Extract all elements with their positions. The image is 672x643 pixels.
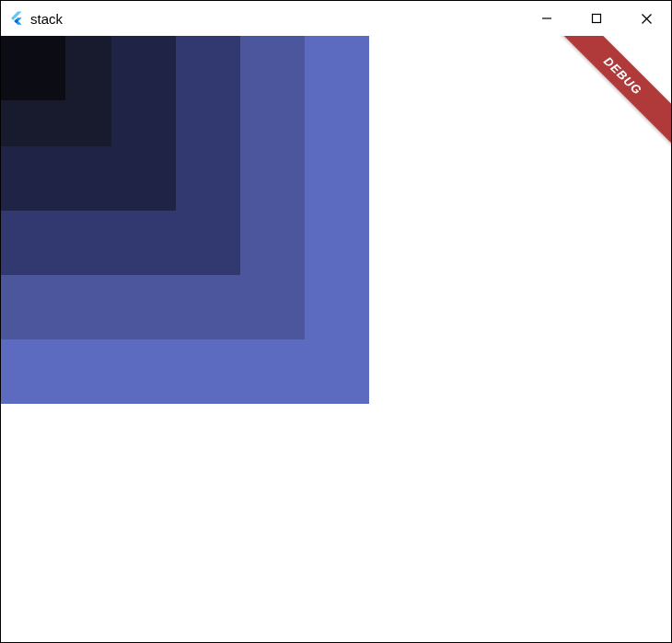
minimize-button[interactable] bbox=[522, 1, 572, 36]
window-controls bbox=[522, 1, 671, 36]
window-title: stack bbox=[30, 11, 63, 27]
maximize-icon bbox=[591, 13, 602, 24]
flutter-logo-icon bbox=[8, 10, 25, 27]
minimize-icon bbox=[541, 13, 552, 24]
debug-ribbon: DEBUG bbox=[551, 36, 671, 155]
titlebar: stack bbox=[1, 1, 671, 36]
maximize-button[interactable] bbox=[572, 1, 621, 36]
close-icon bbox=[641, 13, 653, 25]
content-area: DEBUG bbox=[1, 36, 671, 642]
titlebar-left: stack bbox=[8, 10, 63, 27]
stack-square bbox=[1, 36, 65, 100]
debug-label: DEBUG bbox=[601, 53, 644, 97]
app-window: stack DEBUG bbox=[0, 0, 672, 643]
close-button[interactable] bbox=[621, 1, 671, 36]
svg-rect-1 bbox=[593, 15, 601, 23]
debug-band: DEBUG bbox=[551, 36, 671, 150]
